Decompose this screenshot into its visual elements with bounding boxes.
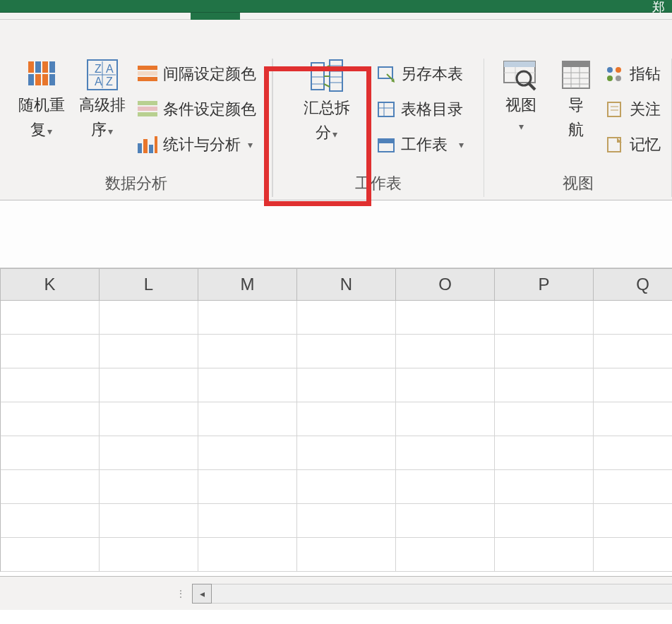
condition-color-button[interactable]: 条件设定颜色	[138, 94, 256, 125]
navigation-button[interactable]: 导 航	[556, 59, 596, 164]
svg-point-56	[607, 76, 613, 81]
sheet-footer: ⋮ ◂	[0, 576, 672, 610]
cell[interactable]	[495, 504, 594, 538]
advanced-sort-button[interactable]: Z A A Z 高级排 序▾	[77, 59, 128, 164]
interval-color-button[interactable]: 间隔设定颜色	[138, 59, 256, 90]
svg-point-57	[616, 76, 621, 81]
cell[interactable]	[198, 538, 297, 572]
cell[interactable]	[594, 368, 672, 402]
column-header-M[interactable]: M	[198, 269, 297, 300]
cell[interactable]	[396, 538, 495, 572]
cell[interactable]	[495, 470, 594, 504]
svg-rect-42	[504, 61, 535, 67]
table-contents-button[interactable]: 表格目录	[377, 94, 464, 125]
cell[interactable]	[1, 470, 100, 504]
scroll-left-button[interactable]: ◂	[192, 584, 212, 604]
cell[interactable]	[297, 436, 396, 470]
cell[interactable]	[100, 504, 198, 538]
cell[interactable]	[594, 538, 672, 572]
cell[interactable]	[396, 301, 495, 335]
cell[interactable]	[100, 301, 198, 335]
column-header-O[interactable]: O	[396, 269, 495, 300]
column-header-K[interactable]: K	[1, 269, 100, 300]
record-button[interactable]: 记忆	[606, 129, 661, 160]
cell[interactable]	[297, 335, 396, 368]
cell[interactable]	[594, 402, 672, 436]
cell[interactable]	[594, 335, 672, 368]
nav-label-2: 航	[568, 120, 584, 140]
svg-rect-24	[155, 136, 157, 153]
stats-analysis-button[interactable]: 统计与分析 ▾	[138, 129, 256, 160]
cell[interactable]	[1, 504, 100, 538]
cell[interactable]	[495, 301, 594, 335]
cell[interactable]	[100, 436, 198, 470]
cell[interactable]	[396, 402, 495, 436]
cell[interactable]	[198, 402, 297, 436]
cell[interactable]	[1, 301, 100, 335]
cell[interactable]	[198, 436, 297, 470]
cell[interactable]	[198, 504, 297, 538]
cell[interactable]	[297, 470, 396, 504]
cell[interactable]	[198, 470, 297, 504]
column-header-P[interactable]: P	[495, 269, 594, 300]
cell[interactable]	[495, 538, 594, 572]
column-header-L[interactable]: L	[100, 269, 198, 300]
cell[interactable]	[396, 368, 495, 402]
worksheet-button[interactable]: 工作表 ▾	[377, 129, 464, 160]
record-label: 记忆	[630, 134, 661, 155]
cell[interactable]	[297, 301, 396, 335]
cell[interactable]	[1, 538, 100, 572]
cell[interactable]	[594, 504, 672, 538]
cell[interactable]	[495, 368, 594, 402]
cell[interactable]	[594, 470, 672, 504]
cell[interactable]	[198, 301, 297, 335]
cell[interactable]	[1, 402, 100, 436]
chevron-down-icon: ▾	[332, 128, 337, 140]
cell[interactable]	[396, 335, 495, 368]
grid-row	[0, 470, 672, 504]
cell[interactable]	[297, 368, 396, 402]
save-as-icon	[377, 66, 395, 83]
cell[interactable]	[594, 436, 672, 470]
grid-row	[0, 402, 672, 436]
tab-resize-handle[interactable]: ⋮	[169, 589, 192, 599]
view-button[interactable]: 视图 ▾	[496, 59, 546, 164]
cell[interactable]	[495, 436, 594, 470]
cell[interactable]	[396, 436, 495, 470]
table-contents-label: 表格目录	[401, 99, 463, 120]
cell[interactable]	[594, 301, 672, 335]
svg-rect-21	[138, 143, 142, 153]
svg-rect-58	[608, 102, 620, 116]
summary-split-button[interactable]: 汇总拆 分▾	[294, 59, 360, 164]
cell[interactable]	[1, 368, 100, 402]
cell[interactable]	[297, 504, 396, 538]
cell[interactable]	[100, 538, 198, 572]
active-tab-indicator	[191, 13, 240, 20]
cell[interactable]	[100, 335, 198, 368]
cell[interactable]	[198, 335, 297, 368]
cell[interactable]	[1, 436, 100, 470]
condition-color-label: 条件设定颜色	[163, 99, 256, 120]
random-repeat-button[interactable]: 随机重 复▾	[16, 59, 67, 164]
pointer-button[interactable]: 指钻	[606, 59, 661, 90]
save-as-table-button[interactable]: 另存本表	[377, 59, 464, 90]
cell[interactable]	[100, 368, 198, 402]
cell[interactable]	[297, 538, 396, 572]
grid-row	[0, 335, 672, 368]
cell[interactable]	[100, 402, 198, 436]
attention-button[interactable]: 关注	[606, 94, 661, 125]
column-header-N[interactable]: N	[297, 269, 396, 300]
cell[interactable]	[495, 335, 594, 368]
cell[interactable]	[396, 470, 495, 504]
cell[interactable]	[1, 335, 100, 368]
cell[interactable]	[396, 504, 495, 538]
cell[interactable]	[297, 402, 396, 436]
horizontal-scrollbar[interactable]	[212, 584, 672, 604]
interval-color-label: 间隔设定颜色	[163, 64, 256, 85]
cell[interactable]	[198, 368, 297, 402]
cell[interactable]	[495, 402, 594, 436]
spreadsheet-grid[interactable]: KLMNOPQ	[0, 268, 672, 572]
grid-row	[0, 436, 672, 470]
cell[interactable]	[100, 470, 198, 504]
column-header-Q[interactable]: Q	[594, 269, 672, 300]
